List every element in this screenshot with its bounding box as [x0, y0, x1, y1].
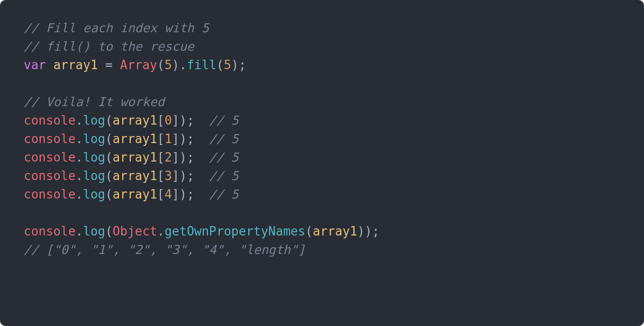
bracket-close: ]	[172, 150, 179, 164]
object-console: console	[24, 113, 76, 127]
paren-open: (	[105, 132, 113, 146]
identifier: array1	[113, 132, 157, 146]
bracket-open: [	[157, 150, 165, 164]
paren-close: )	[179, 132, 187, 146]
number-literal: 1	[164, 132, 172, 146]
code-line: console.log(array1[0]); // 5	[24, 111, 620, 130]
object-console: console	[24, 169, 76, 183]
bracket-close: ]	[172, 169, 179, 183]
object-console: console	[24, 187, 76, 201]
method-log: log	[83, 150, 105, 164]
dot: .	[179, 58, 187, 72]
number-literal: 0	[164, 113, 172, 127]
class-object: Object	[113, 224, 157, 238]
method-log: log	[83, 187, 105, 201]
code-line: console.log(Object.getOwnPropertyNames(a…	[24, 222, 620, 241]
dot: .	[76, 187, 83, 201]
identifier: array1	[313, 224, 358, 238]
paren-open: (	[305, 224, 313, 238]
paren-close: )	[172, 58, 179, 72]
dot: .	[76, 132, 83, 146]
comment: // fill() to the rescue	[24, 39, 194, 54]
keyword-var: var	[24, 58, 46, 72]
paren-close: )	[179, 169, 187, 183]
bracket-open: [	[157, 169, 165, 183]
paren-open: (	[105, 150, 113, 164]
paren-close: )	[357, 224, 365, 238]
code-line: // Fill each index with 5	[24, 19, 620, 37]
identifier: array1	[113, 113, 157, 127]
paren-close: )	[179, 150, 187, 164]
comment: // 5	[209, 132, 239, 146]
method-getownpropertynames: getOwnPropertyNames	[164, 224, 305, 238]
number-literal: 4	[164, 187, 172, 201]
dot: .	[76, 224, 83, 238]
paren-open: (	[157, 58, 165, 72]
code-line: // fill() to the rescue	[24, 37, 620, 56]
number-literal: 5	[224, 58, 232, 72]
comment: // ["0", "1", "2", "3", "4", "length"]	[24, 243, 305, 257]
paren-open: (	[105, 113, 113, 127]
comment: // Fill each index with 5	[24, 21, 209, 35]
code-line: var array1 = Array(5).fill(5);	[24, 56, 620, 74]
identifier: array1	[54, 58, 98, 72]
semicolon: ;	[187, 169, 194, 183]
object-console: console	[24, 132, 76, 146]
paren-close: )	[179, 187, 187, 201]
space	[194, 169, 209, 183]
paren-close: )	[365, 224, 372, 238]
comment: // 5	[209, 150, 239, 164]
comment: // 5	[209, 169, 239, 183]
method-log: log	[83, 224, 105, 238]
identifier: array1	[113, 169, 157, 183]
identifier: array1	[113, 187, 157, 201]
paren-close: )	[231, 58, 239, 72]
comment: // 5	[209, 187, 239, 201]
number-literal: 5	[164, 58, 172, 72]
paren-open: (	[105, 169, 113, 183]
semicolon: ;	[187, 113, 194, 127]
dot: .	[157, 224, 165, 238]
dot: .	[76, 150, 83, 164]
number-literal: 3	[164, 169, 172, 183]
code-line: console.log(array1[3]); // 5	[24, 167, 620, 185]
method-log: log	[83, 169, 105, 183]
dot: .	[76, 113, 83, 127]
blank-line	[24, 204, 620, 222]
space	[194, 187, 209, 201]
object-console: console	[24, 224, 76, 238]
method-log: log	[83, 132, 105, 146]
code-line: console.log(array1[2]); // 5	[24, 148, 620, 167]
number-literal: 2	[164, 150, 172, 164]
code-block: // Fill each index with 5 // fill() to t…	[0, 0, 644, 326]
semicolon: ;	[187, 150, 194, 164]
bracket-close: ]	[172, 132, 179, 146]
code-line: // ["0", "1", "2", "3", "4", "length"]	[24, 241, 620, 259]
space	[194, 150, 209, 164]
dot: .	[76, 169, 83, 183]
class-array: Array	[120, 58, 157, 72]
semicolon: ;	[187, 132, 194, 146]
semicolon: ;	[187, 187, 194, 201]
code-line: console.log(array1[1]); // 5	[24, 130, 620, 148]
paren-open: (	[105, 187, 113, 201]
operator-equals: =	[98, 58, 120, 72]
space	[46, 58, 54, 72]
semicolon: ;	[239, 58, 246, 72]
method-fill: fill	[187, 58, 216, 72]
paren-close: )	[179, 113, 187, 127]
identifier: array1	[113, 150, 157, 164]
code-line: console.log(array1[4]); // 5	[24, 185, 620, 204]
paren-open: (	[216, 58, 224, 72]
object-console: console	[24, 150, 76, 164]
bracket-close: ]	[172, 113, 179, 127]
blank-line	[24, 74, 620, 93]
space	[194, 113, 209, 127]
comment: // Voila! It worked	[24, 95, 164, 109]
space	[194, 132, 209, 146]
semicolon: ;	[372, 224, 380, 238]
bracket-open: [	[157, 132, 165, 146]
bracket-close: ]	[172, 187, 179, 201]
comment: // 5	[209, 113, 239, 127]
bracket-open: [	[157, 113, 165, 127]
